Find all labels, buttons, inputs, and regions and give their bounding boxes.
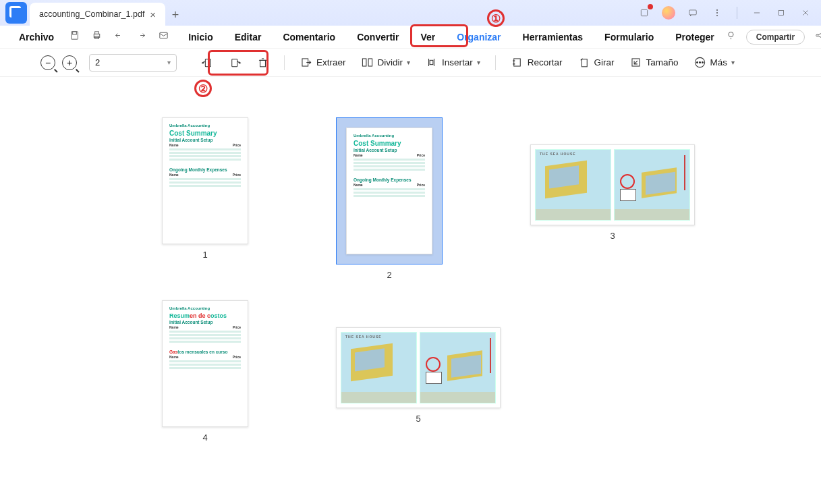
minimize-icon[interactable] [749,5,764,20]
app-logo [5,2,27,24]
redo-icon[interactable] [136,30,147,44]
page-number-input[interactable]: 2 ▾ [89,54,177,72]
save-icon[interactable] [69,30,80,44]
zoom-in-button[interactable] [62,55,77,70]
close-window-icon[interactable] [798,5,813,20]
page-number-label: 3 [610,231,615,241]
page-preview: Umbrella Accounting Resumen de costos In… [162,300,248,427]
notifications-icon[interactable] [637,5,652,20]
share-button[interactable]: Compartir [746,30,805,45]
svg-rect-1 [689,10,697,15]
lightbulb-icon[interactable] [725,30,737,44]
svg-rect-10 [73,32,77,34]
svg-point-37 [696,61,698,63]
svg-rect-0 [641,9,647,16]
page-number-label: 1 [202,250,207,260]
user-avatar-icon[interactable] [661,5,676,20]
menu-convertir[interactable]: Convertir [346,26,409,49]
menu-editar[interactable]: Editar [224,26,273,49]
svg-rect-6 [779,11,784,16]
rotate-button[interactable]: Girar [573,53,619,72]
page-grid: Umbrella Accounting Cost Summary Initial… [40,97,781,443]
svg-point-17 [816,34,818,36]
page-number-label: 4 [202,432,207,443]
svg-rect-12 [95,32,99,34]
page-thumb-1[interactable]: Umbrella Accounting Cost Summary Initial… [162,117,248,280]
svg-point-15 [729,32,733,37]
menu-formulario[interactable]: Formulario [594,26,664,49]
feedback-icon[interactable] [685,5,700,20]
svg-rect-9 [72,32,78,39]
close-tab-icon[interactable]: × [150,9,156,20]
svg-rect-32 [368,59,372,66]
page-thumb-2[interactable]: Umbrella Accounting Cost Summary Initial… [336,117,443,280]
annotation-callout-1: ① [487,9,505,27]
svg-line-20 [818,33,821,35]
print-icon[interactable] [91,30,103,44]
menu-bar: Archivo Inicio Editar Comentario Convert… [0,26,821,49]
svg-rect-35 [582,59,587,67]
page-thumb-5[interactable]: THE SEA HOUSE 5 [336,327,501,443]
page-number-label: 2 [387,270,391,280]
document-tab[interactable]: accounting_Combinar_1.pdf × [30,3,165,26]
page-preview: Umbrella Accounting Cost Summary Initial… [346,128,432,254]
zoom-out-button[interactable] [40,55,55,70]
svg-point-38 [699,61,700,63]
separator [284,55,285,70]
page-thumb-3[interactable]: THE SEA HOUSE 3 [530,144,695,280]
new-tab-button[interactable]: + [165,4,186,26]
menu-proteger[interactable]: Proteger [664,26,725,49]
crop-button[interactable]: Recortar [507,53,567,72]
menu-archivo[interactable]: Archivo [8,26,65,49]
svg-rect-34 [514,59,521,66]
tab-title: accounting_Combinar_1.pdf [39,9,144,19]
maximize-icon[interactable] [774,5,789,20]
more-menu-icon[interactable] [710,5,725,20]
separator [495,55,496,70]
page-preview: THE SEA HOUSE [336,327,501,408]
svg-point-4 [716,15,717,16]
page-number-value: 2 [95,57,100,67]
svg-rect-14 [160,32,167,38]
menu-herramientas[interactable]: Herramientas [512,26,594,49]
title-bar: accounting_Combinar_1.pdf × + [0,0,821,26]
window-controls [637,0,821,26]
svg-point-2 [716,9,717,10]
mail-icon[interactable] [158,30,169,44]
menu-inicio[interactable]: Inicio [177,26,224,49]
page-size-button[interactable]: Tamaño [625,53,683,72]
page-selected-frame: Umbrella Accounting Cost Summary Initial… [336,117,443,264]
quick-actions [69,30,169,44]
more-button[interactable]: Más▾ [689,53,739,72]
page-preview: Umbrella Accounting Cost Summary Initial… [162,117,248,244]
svg-rect-31 [362,59,366,66]
undo-icon[interactable] [113,30,125,44]
split-button[interactable]: Dividir▾ [357,53,415,72]
chevron-down-icon: ▾ [167,59,171,66]
insert-button[interactable]: Insertar▾ [421,53,484,72]
annotation-callout-2: ② [194,80,212,97]
separator [737,7,737,19]
annotation-highlight-1 [410,24,468,47]
extract-button[interactable]: Extraer [295,53,350,72]
svg-point-39 [702,61,703,63]
svg-line-21 [818,36,821,38]
page-number-label: 5 [416,414,420,424]
svg-rect-33 [430,60,433,64]
organize-toolbar: 2 ▾ Extraer Dividir▾ Insertar▾ Recortar … [0,49,821,77]
share-nodes-icon[interactable] [814,30,821,44]
annotation-highlight-2 [208,50,268,76]
page-preview: THE SEA HOUSE [530,144,695,225]
svg-point-3 [716,12,717,13]
page-organizer-workspace[interactable]: Umbrella Accounting Cost Summary Initial… [0,77,821,504]
menu-comentario[interactable]: Comentario [272,26,346,49]
page-thumb-4[interactable]: Umbrella Accounting Resumen de costos In… [162,300,248,443]
